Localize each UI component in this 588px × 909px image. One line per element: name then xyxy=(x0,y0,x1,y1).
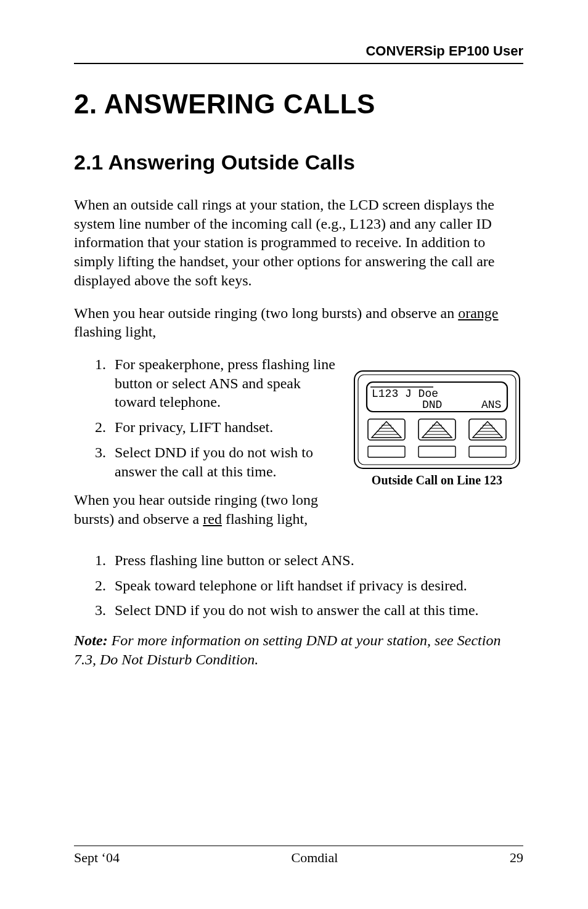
list-number: 1. xyxy=(74,355,115,412)
list-text: Speak toward telephone or lift handset i… xyxy=(115,576,523,595)
steps-list-a: 1. For speakerphone, press flashing line… xyxy=(74,355,338,481)
note-paragraph: Note: For more information on setting DN… xyxy=(74,631,523,669)
list-text: For privacy, LIFT handset. xyxy=(115,418,338,437)
softkey-button-3 xyxy=(469,419,506,440)
paragraph-intro: When an outside call rings at your stati… xyxy=(74,195,523,290)
lcd-line1: L123 J Doe xyxy=(372,388,438,400)
page: CONVERSip EP100 User 2. ANSWERING CALLS … xyxy=(0,0,588,909)
paragraph-red: When you hear outside ringing (two long … xyxy=(74,491,338,528)
button-slot-3 xyxy=(469,446,506,457)
footer-right: 29 xyxy=(510,850,523,866)
lcd-icon: L123 J Doe DND ANS xyxy=(353,370,521,470)
underline-red: red xyxy=(203,511,222,527)
figure-caption: Outside Call on Line 123 xyxy=(353,473,521,487)
list-number: 2. xyxy=(74,576,115,595)
list-number: 3. xyxy=(74,443,115,481)
list-text: Select DND if you do not wish to answer … xyxy=(115,443,338,481)
paragraph-orange: When you hear outside ringing (two long … xyxy=(74,304,523,341)
note-label: Note: xyxy=(74,632,108,648)
list-number: 1. xyxy=(74,551,115,570)
chapter-title: 2. ANSWERING CALLS xyxy=(74,89,523,120)
list-number: 3. xyxy=(74,601,115,620)
list-item: 2. For privacy, LIFT handset. xyxy=(74,418,338,437)
footer-left: Sept ‘04 xyxy=(74,850,120,866)
text: flashing light, xyxy=(74,324,156,340)
steps-list-b: 1. Press flashing line button or select … xyxy=(74,551,523,620)
footer-center: Comdial xyxy=(292,850,338,866)
section-title: 2.1 Answering Outside Calls xyxy=(74,150,523,174)
text: flashing light, xyxy=(222,511,308,527)
list-number: 2. xyxy=(74,418,115,437)
list-item: 1. Press flashing line button or select … xyxy=(74,551,523,570)
button-slot-1 xyxy=(368,446,405,457)
softkey-button-2 xyxy=(419,419,455,440)
note-body: For more information on setting DND at y… xyxy=(74,632,500,667)
list-text: Select DND if you do not wish to answer … xyxy=(115,601,523,620)
list-text: Press flashing line button or select ANS… xyxy=(115,551,523,570)
softkey-button-1 xyxy=(368,419,405,440)
list-item: 2. Speak toward telephone or lift handse… xyxy=(74,576,523,595)
content-with-figure: 1. For speakerphone, press flashing line… xyxy=(74,355,523,542)
page-footer: Sept ‘04 Comdial 29 xyxy=(74,846,523,866)
lcd-figure: L123 J Doe DND ANS xyxy=(353,370,521,487)
lcd-dnd-label: DND xyxy=(422,399,442,411)
button-slot-2 xyxy=(419,446,455,457)
text: When you hear outside ringing (two long … xyxy=(74,305,458,321)
underline-orange: orange xyxy=(458,305,498,321)
running-header: CONVERSip EP100 User xyxy=(74,43,523,64)
list-item: 3. Select DND if you do not wish to answ… xyxy=(74,443,338,481)
list-item: 3. Select DND if you do not wish to answ… xyxy=(74,601,523,620)
list-text: For speakerphone, press flashing line bu… xyxy=(115,355,338,412)
lcd-ans-label: ANS xyxy=(481,399,501,411)
list-item: 1. For speakerphone, press flashing line… xyxy=(74,355,338,412)
